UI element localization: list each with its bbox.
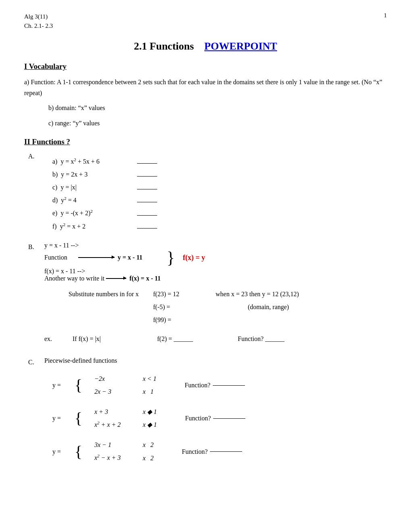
pw2-y-eq: y = [52,415,61,422]
main-title: 2.1 Functions POWERPOINT [24,40,387,52]
ex-condition: If f(x) = |x| [73,335,145,343]
piecewise-title: Piecewise-defined functions [44,357,245,364]
domain-range-label: (domain, range) [216,303,289,310]
piecewise-3: y = { 3x − 1 x 2 x2 − x + 3 x 2 Function… [52,438,245,464]
arrow-icon-1 [78,257,114,258]
part-a-label: A. [28,152,44,233]
pw1-function-label: Function? [185,382,245,389]
header-page-number: 1 [384,12,387,19]
part-a-item-2-blank [137,176,157,177]
part-a-item-3: c) y = |x| [52,181,157,194]
section2-title: II Functions ? [24,137,387,146]
pw1-cases: −2x x < 1 2x − 3 x 1 [94,372,156,398]
part-a-item-6-blank [137,228,157,229]
ex-f2: f(2) = ______ [157,335,226,343]
ex-label: ex. [44,335,60,343]
pw1-case2: 2x − 3 x 1 [94,385,156,398]
part-a-item-1: a) y = x2 + 5x + 6 [52,155,157,168]
part-a-item-5-expr: e) y = -(x + 2)2 [52,207,133,220]
pw3-brace-icon: { [75,444,82,460]
pw2-case1: x + 3 x ◆ 1 [94,405,157,418]
part-a-item-6-expr: f) y2 = x + 2 [52,220,133,233]
part-a-item-3-expr: c) y = |x| [52,181,133,194]
pw1-brace-icon: { [75,377,82,393]
piecewise-1: y = { −2x x < 1 2x − 3 x 1 Function? [52,372,245,398]
pw2-cases: x + 3 x ◆ 1 x2 + x + 2 x ◆ 1 [94,405,157,431]
header-course: Alg 3(11) [24,12,53,21]
ex-function: Function? ______ [238,335,284,343]
pw3-function-label: Function? [182,448,242,455]
range-text: c) range: “y” values [48,118,387,129]
part-a-item-5-blank [137,215,157,216]
part-b-row1: Function y = x - 11 } f(x) = y [44,249,387,266]
part-a-item-2: b) y = 2x + 3 [52,168,157,181]
pw3-function-text: Function? [182,448,208,455]
part-b-row2: Another way to write it f(x) = x - 11 [44,275,387,282]
pw1-y-eq: y = [52,382,61,389]
piecewise-2: y = { x + 3 x ◆ 1 x2 + x + 2 x ◆ 1 Funct… [52,405,245,431]
pw3-blank [210,451,242,452]
header-left: Alg 3(11) Ch. 2.1- 2.3 [24,12,53,30]
substitute-row: Substitute numbers in for x f(23) = 12 f… [68,288,387,326]
pw2-function-label: Function? [185,415,245,422]
pw1-function-text: Function? [185,382,210,389]
section1-title: I Vocabulary [24,62,387,71]
y-eq-expr: y = x - 11 [118,254,143,261]
curly-brace-icon: } [167,249,175,266]
powerpoint-link[interactable]: POWERPOINT [204,40,277,52]
part-a-item-3-blank [137,189,157,189]
when-domain-block: when x = 23 then y = 12 (23,12) (domain,… [216,288,299,314]
part-a-container: A. a) y = x2 + 5x + 6 b) y = 2x + 3 c) y… [28,152,387,233]
pw2-brace-icon: { [75,410,82,426]
header-chapter: Ch. 2.1- 2.3 [24,21,53,31]
part-b-container: B. y = x - 11 --> Function y = x - 11 } … [28,242,387,343]
substitute-label: Substitute numbers in for x [68,288,141,301]
part-b-content: y = x - 11 --> Function y = x - 11 } f(x… [44,242,387,343]
arrow-icon-2 [106,278,126,279]
function-definition: a) Function: A 1-1 correspondence betwee… [24,77,387,98]
pw1-case1: −2x x < 1 [94,372,156,385]
part-a-item-6: f) y2 = x + 2 [52,220,157,233]
ex-block: ex. If f(x) = |x| f(2) = ______ Function… [44,335,387,343]
pw1-blank [213,385,245,386]
part-c-container: C. Piecewise-defined functions y = { −2x… [28,357,387,472]
pw2-function-text: Function? [185,415,211,422]
f23-expr: f(23) = 12 f(-5) = f(99) = [153,288,179,326]
part-a-item-4-blank [137,202,157,202]
pw3-y-eq: y = [52,448,61,455]
part-b-label: B. [28,242,44,251]
pw2-case2: x2 + x + 2 x ◆ 1 [94,418,157,431]
pw2-blank [213,418,245,419]
pw3-case1: 3x − 1 x 2 [94,438,154,451]
domain-text: b) domain: “x” values [48,102,387,113]
part-a-item-1-blank [137,163,157,164]
part-a-item-2-expr: b) y = 2x + 3 [52,168,133,181]
part-a-item-4: d) y2 = 4 [52,194,157,207]
pw3-cases: 3x − 1 x 2 x2 − x + 3 x 2 [94,438,154,464]
part-a-item-4-expr: d) y2 = 4 [52,194,133,207]
another-way-label: Another way to write it [44,275,104,282]
substitute-block: Substitute numbers in for x f(23) = 12 f… [68,288,387,326]
part-a-item-1-expr: a) y = x2 + 5x + 6 [52,155,133,168]
part-c-content: Piecewise-defined functions y = { −2x x … [44,357,245,472]
pw3-case2: x2 − x + 3 x 2 [94,451,154,464]
fx-eq-expr: f(x) = x - 11 [129,275,161,282]
title-prefix: 2.1 Functions [134,40,194,52]
function-word: Function [44,254,77,261]
part-a-items: a) y = x2 + 5x + 6 b) y = 2x + 3 c) y = … [52,155,157,233]
part-c-label: C. [28,357,44,366]
fx-equals-y: f(x) = y [183,254,205,262]
part-a-item-5: e) y = -(x + 2)2 [52,207,157,220]
